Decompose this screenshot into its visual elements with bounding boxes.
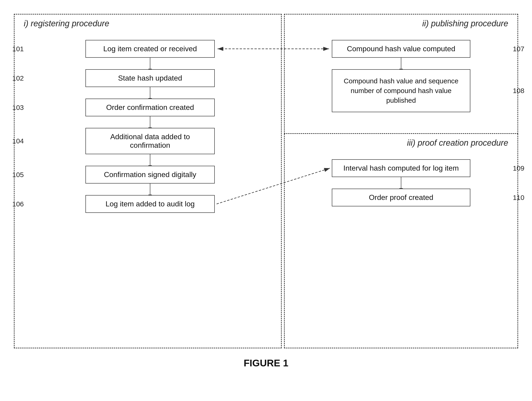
main-container: i) registering procedure 101 Log item cr… <box>14 14 518 369</box>
label-103: 103 <box>12 104 24 112</box>
left-panel: i) registering procedure 101 Log item cr… <box>14 14 282 348</box>
arrow-107-108 <box>401 58 401 69</box>
box-103: Order confirmation created <box>85 99 215 116</box>
figure-caption: FIGURE 1 <box>14 357 518 369</box>
right-top-panel: ii) publishing procedure Compound hash v… <box>284 14 518 134</box>
step-106-row: 106 Log item added to audit log <box>33 195 267 213</box>
step-103-row: 103 Order confirmation created <box>33 99 267 116</box>
step-101-row: 101 Log item created or received <box>33 40 267 58</box>
label-107: 107 <box>513 45 524 53</box>
box-104: Additional data added to confirmation <box>85 128 215 154</box>
label-108: 108 <box>513 87 524 95</box>
arrow-102-103 <box>150 87 150 99</box>
right-bottom-title: iii) proof creation procedure <box>407 138 508 148</box>
label-109: 109 <box>513 164 524 172</box>
box-109: Interval hash computed for log item <box>332 159 470 177</box>
left-panel-title: i) registering procedure <box>24 19 109 28</box>
box-110: Order proof created <box>332 189 470 206</box>
box-106: Log item added to audit log <box>85 195 215 213</box>
step-108-row: Compound hash value and sequence number … <box>298 69 504 112</box>
box-107: Compound hash value computed <box>332 40 470 58</box>
label-110: 110 <box>513 194 524 201</box>
step-109-row: Interval hash computed for log item 109 <box>298 159 504 177</box>
step-105-row: 105 Confirmation signed digitally <box>33 166 267 183</box>
right-top-flow: Compound hash value computed 107 Compoun… <box>298 40 504 112</box>
label-101: 101 <box>12 45 24 53</box>
right-top-title: ii) publishing procedure <box>422 19 508 28</box>
step-107-row: Compound hash value computed 107 <box>298 40 504 58</box>
label-106: 106 <box>12 200 24 208</box>
box-101: Log item created or received <box>85 40 215 58</box>
arrow-101-102 <box>150 58 150 69</box>
step-104-row: 104 Additional data added to confirmatio… <box>33 128 267 154</box>
box-102: State hash updated <box>85 69 215 87</box>
box-108: Compound hash value and sequence number … <box>332 69 470 112</box>
label-104: 104 <box>12 137 24 145</box>
arrow-109-110 <box>401 177 401 189</box>
label-102: 102 <box>12 74 24 82</box>
box-105: Confirmation signed digitally <box>85 166 215 183</box>
left-flow-column: 101 Log item created or received 102 Sta… <box>33 40 267 213</box>
step-102-row: 102 State hash updated <box>33 69 267 87</box>
right-bottom-flow: Interval hash computed for log item 109 … <box>298 159 504 206</box>
arrow-105-106 <box>150 183 150 195</box>
step-110-row: Order proof created 110 <box>298 189 504 206</box>
arrow-103-104 <box>150 116 150 128</box>
right-bottom-panel: iii) proof creation procedure Interval h… <box>284 134 518 348</box>
arrow-104-105 <box>150 154 150 166</box>
label-105: 105 <box>12 171 24 179</box>
right-panel: ii) publishing procedure Compound hash v… <box>284 14 518 348</box>
diagram-area: i) registering procedure 101 Log item cr… <box>14 14 518 348</box>
